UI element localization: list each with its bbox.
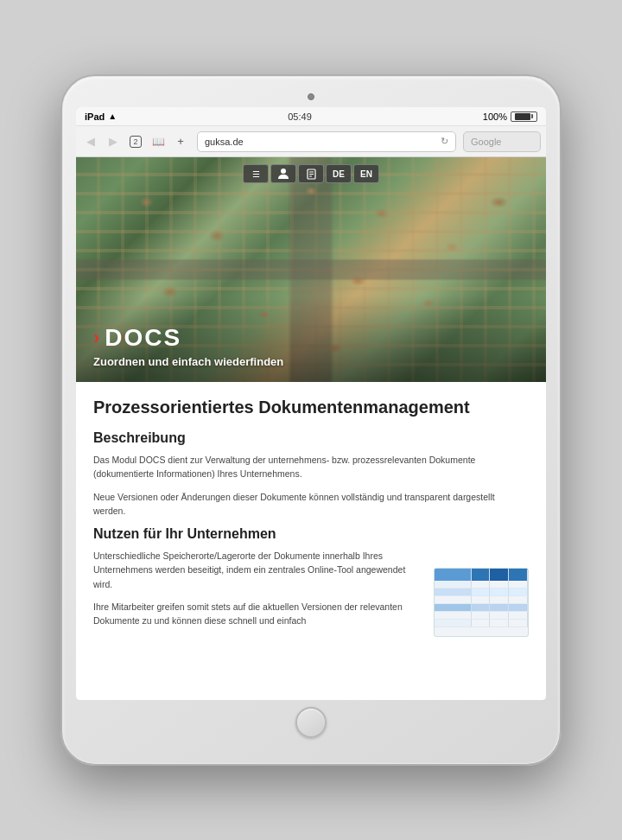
battery-percent: 100% <box>483 111 507 122</box>
user-nav-icon[interactable] <box>270 164 296 183</box>
hero-nav-icons: ☰ <box>243 164 379 183</box>
page-title: Prozessorientiertes Dokumentenmanagement <box>93 396 529 418</box>
browser-toolbar: ◀ ▶ 2 📖 + guksa.de ↻ Google <box>76 126 546 157</box>
mini-table-header <box>435 569 528 581</box>
home-button[interactable] <box>295 707 327 738</box>
doc-nav-icon[interactable] <box>298 164 324 183</box>
table-row <box>435 612 528 620</box>
reload-icon[interactable]: ↻ <box>441 136 448 147</box>
en-lang-button[interactable]: EN <box>353 164 379 183</box>
nutzen-body1: Unterschiedliche Speicherorte/Lagerorte … <box>93 549 422 591</box>
add-tab-button[interactable]: + <box>171 132 190 151</box>
beschreibung-body2: Neue Versionen oder Änderungen dieser Do… <box>93 490 529 519</box>
wifi-icon: ▲ <box>108 111 117 121</box>
nutzen-section: Unterschiedliche Speicherorte/Lagerorte … <box>93 549 529 637</box>
back-button[interactable]: ◀ <box>81 132 100 151</box>
logo-text: DOCS <box>105 324 181 352</box>
menu-nav-icon[interactable]: ☰ <box>243 164 269 183</box>
svg-point-0 <box>281 169 286 174</box>
status-bar: iPad ▲ 05:49 100% <box>76 107 546 126</box>
battery-icon <box>511 111 537 122</box>
carrier-label: iPad <box>85 111 105 122</box>
webpage-content: ☰ <box>76 157 546 700</box>
hero-tagline: Zuordnen und einfach wiederfinden <box>93 355 283 368</box>
logo-arrow-icon: › <box>93 327 99 349</box>
forward-button[interactable]: ▶ <box>104 132 123 151</box>
table-row <box>435 596 528 604</box>
mini-table-body <box>435 581 528 636</box>
nutzen-text-column: Unterschiedliche Speicherorte/Lagerorte … <box>93 549 422 637</box>
mini-table <box>435 569 528 636</box>
nutzen-body2: Ihre Mitarbeiter greifen somit stets auf… <box>93 600 422 628</box>
ipad-device: iPad ▲ 05:49 100% ◀ ▶ 2 <box>60 74 562 766</box>
tabs-button[interactable]: 2 <box>126 132 145 151</box>
content-section: Prozessorientiertes Dokumentenmanagement… <box>76 382 546 700</box>
url-bar[interactable]: guksa.de ↻ <box>197 131 456 152</box>
url-text: guksa.de <box>205 137 437 147</box>
hero-logo: › DOCS <box>93 324 283 352</box>
hero-section: ☰ <box>76 157 546 382</box>
de-lang-button[interactable]: DE <box>326 164 352 183</box>
bookmarks-button[interactable]: 📖 <box>149 132 168 151</box>
search-placeholder: Google <box>471 137 501 147</box>
nutzen-heading: Nutzen für Ihr Unternehmen <box>93 526 529 542</box>
hero-logo-section: › DOCS Zuordnen und einfach wiederfinden <box>93 324 283 368</box>
front-camera <box>308 93 314 100</box>
nutzen-screenshot <box>434 568 529 637</box>
table-row <box>435 581 528 589</box>
table-row <box>435 604 528 612</box>
time-display: 05:49 <box>288 111 312 122</box>
search-bar[interactable]: Google <box>463 131 541 152</box>
table-row <box>435 589 528 596</box>
beschreibung-body1: Das Modul DOCS dient zur Verwaltung der … <box>93 453 529 481</box>
table-row <box>435 620 528 627</box>
beschreibung-heading: Beschreibung <box>93 430 529 446</box>
ipad-screen: iPad ▲ 05:49 100% ◀ ▶ 2 <box>76 107 546 700</box>
